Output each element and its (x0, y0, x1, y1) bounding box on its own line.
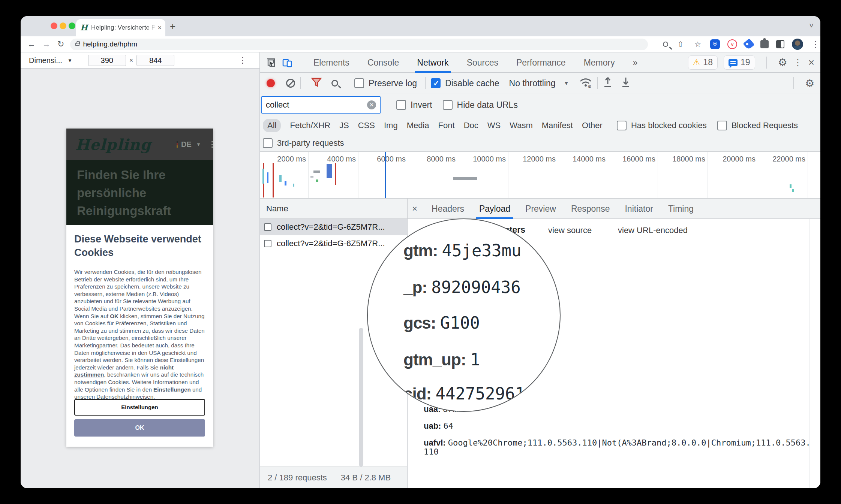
disable-cache-checkbox[interactable] (431, 78, 441, 88)
filter-chip-img[interactable]: Img (384, 121, 398, 130)
payload-param-row[interactable]: uafvl: Google%20Chrome;111.0.5563.110|No… (424, 438, 811, 456)
request-row[interactable]: collect?v=2&tid=G-6Z5M7R... (260, 235, 407, 252)
browser-menu-icon[interactable]: ⋮ (811, 39, 820, 49)
view-url-encoded-link[interactable]: view URL-encoded (618, 226, 688, 235)
more-tabs-chevron[interactable]: » (633, 52, 638, 73)
reload-icon[interactable]: ↻ (57, 39, 64, 49)
tab-console[interactable]: Console (367, 52, 399, 73)
pocket-extension-icon[interactable]: ˅ (727, 39, 737, 49)
filter-input[interactable]: collect ✕ (261, 96, 381, 114)
zoom-search-icon[interactable] (663, 42, 668, 47)
tab-search-chevron-icon[interactable]: ˅ (809, 21, 814, 30)
tab-initiator[interactable]: Initiator (625, 199, 653, 219)
filter-chip-fetch-xhr[interactable]: Fetch/XHR (290, 121, 330, 130)
import-har-icon[interactable] (603, 77, 613, 90)
tab-response[interactable]: Response (571, 199, 610, 219)
third-party-checkbox[interactable] (263, 138, 273, 148)
clear-icon[interactable] (286, 79, 295, 88)
tab-memory[interactable]: Memory (584, 52, 615, 73)
preserve-log-label[interactable]: Preserve log (369, 78, 417, 88)
tab-sources[interactable]: Sources (467, 52, 498, 73)
throttling-caret-icon[interactable]: ▼ (564, 80, 569, 86)
filter-clear-icon[interactable]: ✕ (367, 100, 376, 109)
disable-cache-label[interactable]: Disable cache (445, 78, 499, 88)
language-caret-icon[interactable]: ▼ (196, 142, 201, 147)
language-selector[interactable]: DE (181, 140, 192, 149)
tab-preview[interactable]: Preview (525, 199, 556, 219)
export-har-icon[interactable] (621, 77, 631, 90)
payload-scrollbar-track[interactable] (810, 219, 810, 488)
cookie-ok-button[interactable]: OK (74, 419, 205, 437)
viewport-height-input[interactable]: 844 (136, 55, 174, 66)
device-toolbar-toggle-icon[interactable] (281, 56, 294, 69)
device-toolbar-menu-icon[interactable]: ⋮ (238, 55, 247, 65)
helpling-logo[interactable]: Helpling (75, 136, 151, 153)
devtools-settings-icon[interactable]: ⚙ (778, 56, 787, 69)
extensions-puzzle-icon[interactable] (760, 40, 769, 48)
inspect-element-icon[interactable] (264, 56, 277, 69)
warnings-badge[interactable]: ⚠18 (688, 55, 718, 70)
network-settings-icon[interactable]: ⚙ (805, 77, 814, 90)
bitwarden-extension-icon[interactable]: ⛨ (710, 39, 720, 49)
has-blocked-cookies-checkbox[interactable] (617, 121, 627, 130)
tab-timing[interactable]: Timing (668, 199, 694, 219)
request-row-checkbox[interactable] (264, 223, 271, 231)
issues-badge[interactable]: 19 (724, 55, 755, 70)
share-icon[interactable]: ⇧ (676, 39, 685, 49)
tab-close-icon[interactable]: × (157, 24, 162, 32)
filter-chip-media[interactable]: Media (407, 121, 429, 130)
request-row-checkbox[interactable] (264, 240, 271, 247)
filter-chip-ws[interactable]: WS (487, 121, 501, 130)
preserve-log-checkbox[interactable] (354, 78, 364, 88)
tab-elements[interactable]: Elements (313, 52, 349, 73)
dimensions-caret-icon[interactable]: ▼ (67, 58, 72, 63)
tab-headers[interactable]: Headers (432, 199, 464, 219)
cookie-settings-button[interactable]: Einstellungen (74, 399, 205, 416)
payload-param-row[interactable]: uab: 64 (424, 422, 811, 431)
filter-chip-js[interactable]: JS (339, 121, 349, 130)
network-search-icon[interactable] (331, 80, 338, 87)
has-blocked-cookies-label[interactable]: Has blocked cookies (631, 121, 707, 130)
window-zoom-button[interactable] (69, 22, 75, 29)
dimensions-dropdown[interactable]: Dimensi... (29, 56, 62, 65)
bookmark-star-icon[interactable]: ☆ (693, 39, 703, 49)
filter-chip-other[interactable]: Other (582, 121, 603, 130)
name-column-header[interactable]: Name (260, 199, 407, 219)
network-conditions-icon[interactable]: ⚙ (579, 77, 592, 90)
devtools-menu-icon[interactable]: ⋮ (793, 57, 802, 68)
filter-chip-all[interactable]: All (263, 119, 281, 132)
filter-chip-doc[interactable]: Doc (464, 121, 478, 130)
filter-chip-manifest[interactable]: Manifest (542, 121, 573, 130)
viewport-width-input[interactable]: 390 (88, 55, 126, 66)
tab-network[interactable]: Network (417, 52, 448, 73)
invert-checkbox[interactable] (396, 100, 406, 110)
filter-chip-font[interactable]: Font (438, 121, 455, 130)
hamburger-menu-icon[interactable] (211, 140, 213, 149)
browser-tab[interactable]: H Helpling: Versicherte Putzhilfen × (76, 19, 165, 36)
hide-data-urls-label[interactable]: Hide data URLs (457, 100, 518, 110)
view-source-link[interactable]: view source (548, 226, 592, 235)
request-list-scrollbar[interactable] (359, 328, 363, 467)
third-party-label[interactable]: 3rd-party requests (277, 138, 344, 148)
invert-label[interactable]: Invert (411, 100, 432, 110)
hide-data-urls-checkbox[interactable] (443, 100, 453, 110)
filter-funnel-icon[interactable] (311, 78, 322, 89)
filter-chip-css[interactable]: CSS (358, 121, 375, 130)
throttling-dropdown[interactable]: No throttling (509, 78, 556, 88)
filter-chip-wasm[interactable]: Wasm (510, 121, 533, 130)
blocked-requests-checkbox[interactable] (717, 121, 727, 130)
tag-extension-icon[interactable] (743, 39, 755, 50)
profile-avatar[interactable] (792, 39, 803, 50)
lock-icon[interactable] (75, 43, 79, 46)
devtools-close-icon[interactable]: × (808, 57, 814, 69)
tab-payload[interactable]: Payload (479, 199, 510, 219)
tab-performance[interactable]: Performance (516, 52, 566, 73)
network-overview-timeline[interactable]: 2000 ms4000 ms6000 ms8000 ms10000 ms1200… (260, 152, 820, 199)
url-field[interactable]: helpling.de/hphm (70, 39, 648, 50)
details-close-icon[interactable]: × (412, 203, 417, 214)
blocked-requests-label[interactable]: Blocked Requests (732, 121, 798, 130)
back-icon[interactable]: ← (27, 39, 36, 49)
window-minimize-button[interactable] (60, 22, 66, 29)
new-tab-button[interactable]: + (170, 21, 175, 32)
record-icon[interactable] (267, 79, 275, 87)
